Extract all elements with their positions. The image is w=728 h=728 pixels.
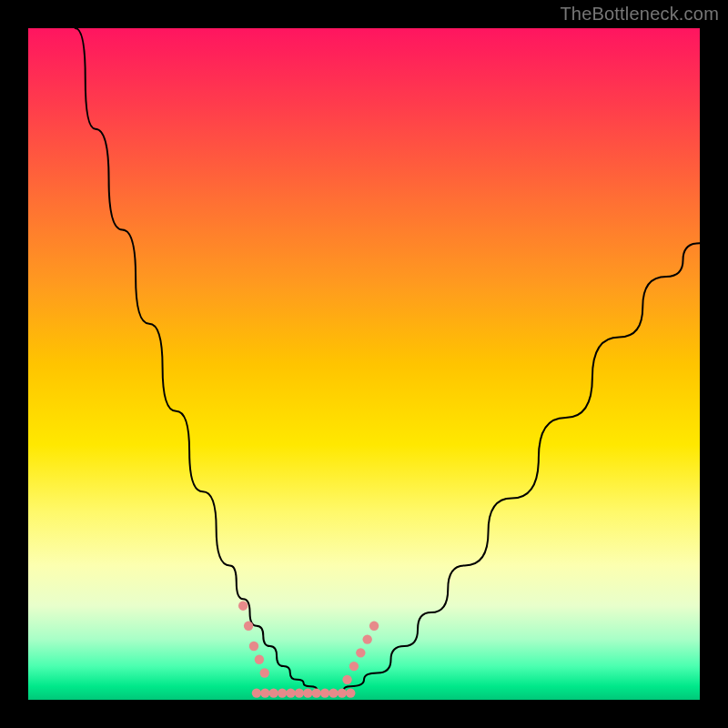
highlight-dot — [286, 688, 295, 697]
chart-svg — [28, 28, 700, 700]
highlight-dot — [244, 622, 253, 631]
watermark-text: TheBottleneck.com — [560, 4, 719, 25]
highlight-dot — [238, 601, 248, 610]
highlight-dot — [311, 688, 320, 697]
highlight-dot — [295, 688, 304, 697]
highlight-dot — [255, 655, 264, 664]
highlight-dot — [329, 688, 338, 697]
bottleneck-curve — [76, 28, 700, 693]
highlight-dot — [369, 622, 379, 631]
highlight-dot — [346, 688, 355, 697]
highlight-dot — [278, 688, 287, 697]
chart-container: TheBottleneck.com — [0, 0, 728, 728]
highlight-dot — [342, 675, 351, 684]
highlight-dot — [362, 634, 371, 643]
highlight-dot — [249, 642, 258, 651]
highlight-dots — [238, 601, 379, 697]
highlight-dot — [260, 688, 269, 697]
highlight-dot — [260, 668, 269, 677]
highlight-dot — [356, 648, 365, 657]
highlight-dot — [320, 688, 329, 697]
highlight-dot — [252, 688, 261, 697]
highlight-dot — [303, 688, 312, 697]
highlight-dot — [338, 688, 347, 697]
highlight-dot — [349, 662, 359, 671]
highlight-dot — [269, 688, 278, 697]
